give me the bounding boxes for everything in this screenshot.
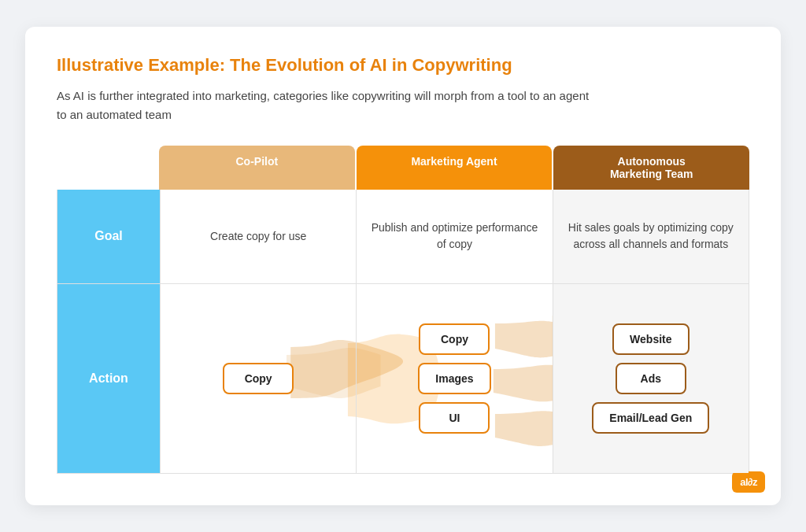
marketing-boxes-stack: Copy Images UI: [418, 323, 490, 434]
logo-text: al∂z: [740, 476, 757, 488]
goal-autonomous-cell: Hit sales goals by optimizing copy acros…: [553, 190, 749, 283]
body-grid: Goal Create copy for use Publish and opt…: [57, 190, 749, 474]
copilot-copy-box: Copy: [223, 363, 294, 394]
autonomous-ads-box: Ads: [616, 363, 686, 394]
main-card: Illustrative Example: The Evolution of A…: [25, 27, 781, 505]
action-row-label: Action: [57, 284, 160, 473]
col-header-copilot: Co-Pilot: [159, 146, 355, 190]
action-copilot-cell: Copy: [160, 284, 356, 473]
col-header-marketing-agent: Marketing Agent: [357, 146, 553, 190]
logo: al∂z: [732, 471, 765, 493]
goal-copilot-cell: Create copy for use: [160, 190, 356, 283]
column-headers: Co-Pilot Marketing Agent AutonomousMarke…: [159, 146, 749, 190]
goal-row: Goal Create copy for use Publish and opt…: [57, 190, 749, 284]
marketing-ui-box: UI: [419, 402, 490, 434]
autonomous-website-box: Website: [612, 323, 689, 355]
action-marketing-cell: Copy Images UI: [356, 284, 552, 473]
autonomous-boxes-stack: Website Ads Email/Lead Gen: [592, 323, 709, 434]
page-title: Illustrative Example: The Evolution of A…: [57, 55, 749, 76]
autonomous-email-box: Email/Lead Gen: [592, 402, 709, 434]
col-header-autonomous: AutonomousMarketing Team: [553, 146, 749, 190]
action-cells-wrapper: Copy Copy Images UI: [160, 284, 749, 473]
goal-row-label: Goal: [57, 190, 160, 283]
goal-marketing-cell: Publish and optimize performance of copy: [356, 190, 552, 283]
marketing-images-box: Images: [418, 363, 490, 394]
marketing-copy-box: Copy: [419, 323, 490, 355]
action-row: Action: [57, 284, 749, 473]
action-autonomous-cell: Website Ads Email/Lead Gen: [553, 284, 749, 473]
subtitle-text: As AI is further integrated into marketi…: [57, 87, 592, 124]
